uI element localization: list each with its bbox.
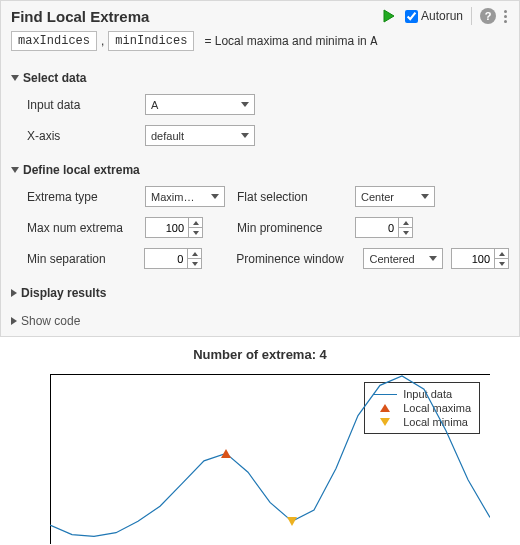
autorun-label: Autorun bbox=[421, 9, 463, 23]
chevron-right-icon bbox=[11, 289, 17, 297]
maxima-marker bbox=[221, 449, 231, 458]
min-sep-spinner[interactable] bbox=[144, 248, 202, 269]
chart-axes: Input data Local maxima Local minima 012… bbox=[50, 364, 490, 544]
min-prom-label: Min prominence bbox=[237, 221, 347, 235]
minima-marker bbox=[287, 517, 297, 526]
outputs-row: maxIndices , minIndices = Local maxima a… bbox=[1, 29, 519, 61]
autorun-checkbox[interactable]: Autorun bbox=[405, 9, 463, 23]
section-display: Display results bbox=[1, 276, 519, 306]
prom-win-size-spinner[interactable] bbox=[451, 248, 509, 269]
spinner-up[interactable] bbox=[188, 249, 201, 259]
spinner-up[interactable] bbox=[495, 249, 508, 259]
spinner-up[interactable] bbox=[189, 218, 202, 228]
max-num-spinner[interactable] bbox=[145, 217, 203, 238]
chevron-down-icon bbox=[241, 133, 249, 138]
panel-title: Find Local Extrema bbox=[11, 8, 381, 25]
spinner-down[interactable] bbox=[189, 228, 202, 237]
chevron-down-icon bbox=[11, 167, 19, 173]
max-num-input[interactable] bbox=[146, 218, 188, 237]
output-var-2[interactable]: minIndices bbox=[108, 31, 194, 51]
help-icon[interactable]: ? bbox=[480, 8, 496, 24]
chevron-down-icon bbox=[241, 102, 249, 107]
chevron-down-icon bbox=[429, 256, 437, 261]
chevron-down-icon bbox=[421, 194, 429, 199]
output-var-1[interactable]: maxIndices bbox=[11, 31, 97, 51]
input-data-label: Input data bbox=[27, 98, 137, 112]
prom-win-size-input[interactable] bbox=[452, 249, 494, 268]
section-header-display[interactable]: Display results bbox=[11, 282, 509, 304]
section-select-data: Select data Input data A X-axis default bbox=[1, 61, 519, 153]
spinner-down[interactable] bbox=[495, 259, 508, 268]
xaxis-select[interactable]: default bbox=[145, 125, 255, 146]
chevron-down-icon bbox=[211, 194, 219, 199]
task-panel: Find Local Extrema Autorun ? maxIndices … bbox=[0, 0, 520, 337]
min-sep-label: Min separation bbox=[27, 252, 136, 266]
min-prom-spinner[interactable] bbox=[355, 217, 413, 238]
section-header-select-data[interactable]: Select data bbox=[11, 67, 509, 89]
input-data-select[interactable]: A bbox=[145, 94, 255, 115]
header: Find Local Extrema Autorun ? bbox=[1, 1, 519, 29]
separator bbox=[471, 7, 472, 25]
output-desc: = Local maxima and minima in A bbox=[204, 34, 377, 49]
spinner-up[interactable] bbox=[399, 218, 412, 228]
extrema-type-select[interactable]: Maxim… bbox=[145, 186, 225, 207]
svg-marker-0 bbox=[384, 10, 394, 22]
chart-title: Number of extrema: 4 bbox=[20, 347, 500, 362]
min-prom-input[interactable] bbox=[356, 218, 398, 237]
spinner-down[interactable] bbox=[399, 228, 412, 237]
spinner-down[interactable] bbox=[188, 259, 201, 268]
chart: Number of extrema: 4 Input data Local ma… bbox=[0, 337, 520, 544]
autorun-input[interactable] bbox=[405, 10, 418, 23]
min-sep-input[interactable] bbox=[145, 249, 187, 268]
run-button[interactable] bbox=[381, 8, 397, 24]
flat-selection-select[interactable]: Center bbox=[355, 186, 435, 207]
chevron-down-icon bbox=[11, 75, 19, 81]
flat-selection-label: Flat selection bbox=[237, 190, 347, 204]
section-define: Define local extrema Extrema type Maxim…… bbox=[1, 153, 519, 276]
prom-win-label: Prominence window bbox=[236, 252, 355, 266]
extrema-type-label: Extrema type bbox=[27, 190, 137, 204]
more-icon[interactable] bbox=[502, 8, 509, 25]
chevron-right-icon bbox=[11, 317, 17, 325]
section-header-define[interactable]: Define local extrema bbox=[11, 159, 509, 181]
max-num-label: Max num extrema bbox=[27, 221, 137, 235]
xaxis-label: X-axis bbox=[27, 129, 137, 143]
prom-win-select[interactable]: Centered bbox=[363, 248, 443, 269]
show-code-toggle[interactable]: Show code bbox=[1, 306, 519, 336]
